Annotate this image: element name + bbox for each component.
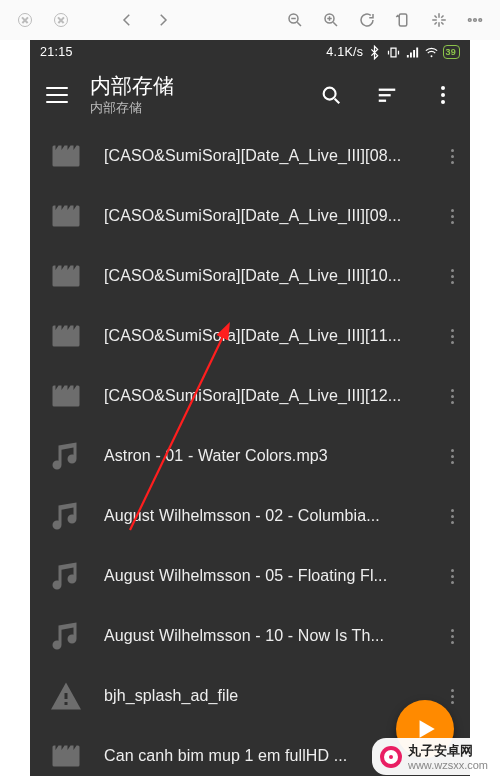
zoom-in-icon[interactable] bbox=[318, 7, 344, 33]
warn-icon bbox=[46, 676, 86, 716]
svg-point-7 bbox=[324, 88, 336, 100]
battery-icon: 39 bbox=[443, 45, 460, 59]
stop-icon[interactable] bbox=[48, 7, 74, 33]
item-overflow-icon[interactable] bbox=[440, 509, 464, 524]
file-name: [CASO&SumiSora][Date_A_Live_III][08... bbox=[104, 147, 422, 165]
watermark-logo-icon bbox=[380, 746, 402, 768]
signal-icon bbox=[405, 45, 420, 60]
item-overflow-icon[interactable] bbox=[440, 329, 464, 344]
back-icon[interactable] bbox=[114, 7, 140, 33]
list-item[interactable]: [CASO&SumiSora][Date_A_Live_III][08... bbox=[30, 126, 470, 186]
list-item[interactable]: August Wilhelmsson - 05 - Floating Fl... bbox=[30, 546, 470, 606]
list-item[interactable]: August Wilhelmsson - 02 - Columbia... bbox=[30, 486, 470, 546]
file-name: August Wilhelmsson - 05 - Floating Fl... bbox=[104, 567, 422, 585]
svg-point-3 bbox=[468, 19, 471, 22]
more-icon[interactable] bbox=[462, 7, 488, 33]
vibrate-icon bbox=[386, 45, 401, 60]
list-item[interactable]: [CASO&SumiSora][Date_A_Live_III][09... bbox=[30, 186, 470, 246]
video-icon bbox=[46, 376, 86, 416]
video-icon bbox=[46, 316, 86, 356]
svg-rect-2 bbox=[399, 14, 407, 26]
file-name: August Wilhelmsson - 02 - Columbia... bbox=[104, 507, 422, 525]
item-overflow-icon[interactable] bbox=[440, 269, 464, 284]
item-overflow-icon[interactable] bbox=[440, 449, 464, 464]
svg-rect-10 bbox=[379, 100, 386, 102]
svg-point-6 bbox=[431, 55, 433, 57]
item-overflow-icon[interactable] bbox=[440, 149, 464, 164]
video-icon bbox=[46, 736, 86, 776]
video-icon bbox=[46, 196, 86, 236]
bluetooth-icon bbox=[367, 45, 382, 60]
wifi-icon bbox=[424, 45, 439, 60]
sort-icon[interactable] bbox=[370, 78, 404, 112]
close-icon[interactable] bbox=[12, 7, 38, 33]
svg-rect-9 bbox=[379, 94, 391, 96]
item-overflow-icon[interactable] bbox=[440, 629, 464, 644]
video-icon bbox=[46, 136, 86, 176]
audio-icon bbox=[46, 556, 86, 596]
file-name: August Wilhelmsson - 10 - Now Is Th... bbox=[104, 627, 422, 645]
menu-icon[interactable] bbox=[46, 87, 68, 103]
watermark: 丸子安卓网 www.wzsxx.com bbox=[372, 738, 496, 775]
svg-point-4 bbox=[474, 19, 477, 22]
browser-toolbar bbox=[0, 0, 500, 40]
watermark-name: 丸子安卓网 bbox=[408, 743, 473, 758]
sparkle-icon[interactable] bbox=[426, 7, 452, 33]
reload-icon[interactable] bbox=[354, 7, 380, 33]
forward-icon[interactable] bbox=[150, 7, 176, 33]
file-name: [CASO&SumiSora][Date_A_Live_III][10... bbox=[104, 267, 422, 285]
file-name: [CASO&SumiSora][Date_A_Live_III][11... bbox=[104, 327, 422, 345]
page-title: 内部存储 bbox=[90, 74, 174, 98]
file-name: bjh_splash_ad_file bbox=[104, 687, 422, 705]
list-item[interactable]: Astron - 01 - Water Colors.mp3 bbox=[30, 426, 470, 486]
status-bar: 21:15 4.1K/s 39 bbox=[30, 40, 470, 64]
app-bar: 内部存储 内部存储 bbox=[30, 64, 470, 126]
file-name: [CASO&SumiSora][Date_A_Live_III][09... bbox=[104, 207, 422, 225]
list-item[interactable]: August Wilhelmsson - 10 - Now Is Th... bbox=[30, 606, 470, 666]
file-list: [CASO&SumiSora][Date_A_Live_III][08...[C… bbox=[30, 126, 470, 776]
list-item[interactable]: [CASO&SumiSora][Date_A_Live_III][10... bbox=[30, 246, 470, 306]
item-overflow-icon[interactable] bbox=[440, 389, 464, 404]
file-name: Astron - 01 - Water Colors.mp3 bbox=[104, 447, 422, 465]
item-overflow-icon[interactable] bbox=[440, 689, 464, 704]
overflow-icon[interactable] bbox=[426, 78, 460, 112]
audio-icon bbox=[46, 616, 86, 656]
list-item[interactable]: [CASO&SumiSora][Date_A_Live_III][11... bbox=[30, 306, 470, 366]
item-overflow-icon[interactable] bbox=[440, 209, 464, 224]
svg-rect-8 bbox=[379, 89, 396, 91]
audio-icon bbox=[46, 496, 86, 536]
item-overflow-icon[interactable] bbox=[440, 569, 464, 584]
rotate-icon[interactable] bbox=[390, 7, 416, 33]
zoom-out-icon[interactable] bbox=[282, 7, 308, 33]
status-netspeed: 4.1K/s bbox=[326, 45, 363, 59]
list-item[interactable]: [CASO&SumiSora][Date_A_Live_III][12... bbox=[30, 366, 470, 426]
status-time: 21:15 bbox=[40, 45, 73, 59]
watermark-url: www.wzsxx.com bbox=[408, 760, 488, 771]
audio-icon bbox=[46, 436, 86, 476]
video-icon bbox=[46, 256, 86, 296]
svg-point-5 bbox=[479, 19, 482, 22]
file-name: [CASO&SumiSora][Date_A_Live_III][12... bbox=[104, 387, 422, 405]
search-icon[interactable] bbox=[314, 78, 348, 112]
breadcrumb: 内部存储 bbox=[90, 101, 174, 116]
phone-screen: 21:15 4.1K/s 39 内部存储 内部存储 [CASO&SumiSora… bbox=[30, 40, 470, 776]
